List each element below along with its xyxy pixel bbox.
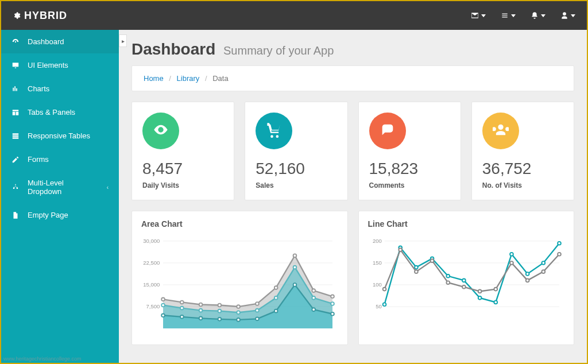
sidebar-label: Charts bbox=[28, 84, 49, 93]
svg-text:200: 200 bbox=[372, 238, 381, 244]
svg-point-55 bbox=[525, 272, 529, 276]
svg-point-9 bbox=[180, 301, 184, 304]
svg-point-58 bbox=[382, 288, 386, 291]
breadcrumb-sep: / bbox=[165, 74, 175, 83]
svg-point-21 bbox=[218, 309, 222, 313]
svg-point-15 bbox=[293, 254, 297, 257]
users-icon bbox=[493, 122, 509, 140]
svg-point-29 bbox=[180, 315, 184, 319]
desktop-icon bbox=[11, 61, 20, 69]
svg-text:150: 150 bbox=[372, 260, 381, 266]
sidebar-label: Multi-Level Dropdown bbox=[28, 179, 99, 196]
svg-point-17 bbox=[331, 295, 334, 298]
svg-point-26 bbox=[312, 296, 315, 300]
user-icon bbox=[560, 11, 568, 20]
stat-icon-circle bbox=[482, 113, 519, 149]
svg-text:30,000: 30,000 bbox=[143, 238, 160, 244]
svg-point-36 bbox=[312, 308, 315, 311]
stat-label: No. of Visits bbox=[482, 181, 563, 189]
sidebar-item-ui[interactable]: UI Elements bbox=[1, 53, 119, 77]
alerts-menu[interactable] bbox=[531, 11, 546, 20]
breadcrumb-link[interactable]: Home bbox=[144, 74, 164, 83]
sidebar: ▸ Dashboard UI Elements Charts Tabs & Pa… bbox=[1, 30, 119, 363]
svg-text:100: 100 bbox=[372, 281, 381, 288]
svg-point-11 bbox=[218, 304, 222, 307]
chevron-left-icon: ‹ bbox=[107, 184, 109, 191]
sidebar-item-dashboard[interactable]: Dashboard bbox=[1, 30, 119, 53]
svg-text:50: 50 bbox=[376, 303, 382, 309]
svg-text:15,000: 15,000 bbox=[143, 281, 160, 288]
svg-point-33 bbox=[256, 317, 259, 321]
chevron-down-icon bbox=[541, 14, 546, 17]
title-text: Dashboard bbox=[131, 40, 215, 58]
chevron-down-icon bbox=[571, 14, 575, 17]
svg-point-19 bbox=[180, 307, 184, 310]
sidebar-item-forms[interactable]: Forms bbox=[1, 148, 119, 171]
brand-name: HYBRID bbox=[24, 10, 67, 22]
svg-point-62 bbox=[446, 281, 450, 284]
svg-point-67 bbox=[525, 279, 529, 282]
watermark: www.heritagechristiancollege.com bbox=[3, 356, 82, 362]
svg-point-37 bbox=[331, 312, 334, 316]
sidebar-item-tables[interactable]: Responsive Tables bbox=[1, 124, 119, 148]
eye-icon bbox=[153, 122, 169, 140]
breadcrumb-current: Data bbox=[212, 74, 228, 83]
subtitle-text: Summary of your App bbox=[223, 44, 334, 57]
list-menu[interactable] bbox=[501, 11, 516, 20]
stat-value: 52,160 bbox=[256, 160, 336, 178]
dashboard-icon bbox=[11, 38, 20, 46]
charts-row: Area Chart 7,50015,00022,50030,000 Line … bbox=[131, 211, 574, 345]
sidebar-label: UI Elements bbox=[28, 61, 68, 69]
stat-label: Sales bbox=[256, 181, 336, 189]
brand[interactable]: HYBRID bbox=[13, 10, 67, 22]
sidebar-toggle[interactable]: ▸ bbox=[119, 34, 127, 47]
sidebar-label: Empty Page bbox=[28, 211, 68, 219]
svg-point-66 bbox=[510, 261, 513, 265]
svg-point-56 bbox=[541, 261, 545, 265]
chart-icon bbox=[11, 85, 20, 93]
svg-point-25 bbox=[293, 266, 297, 269]
svg-point-16 bbox=[312, 289, 315, 292]
mail-menu[interactable] bbox=[471, 11, 486, 20]
edit-icon bbox=[11, 156, 20, 164]
breadcrumb-link[interactable]: Library bbox=[177, 74, 200, 83]
main-content: Dashboard Summary of your App Home / Lib… bbox=[119, 30, 587, 363]
envelope-icon bbox=[471, 11, 479, 20]
stat-card-novisits: 36,752 No. of Visits bbox=[471, 102, 574, 200]
chart-title: Area Chart bbox=[141, 219, 338, 229]
sidebar-label: Tabs & Panels bbox=[28, 108, 75, 117]
stat-icon-circle bbox=[256, 113, 292, 149]
user-menu[interactable] bbox=[560, 11, 575, 20]
svg-point-57 bbox=[558, 242, 561, 245]
svg-point-28 bbox=[161, 313, 165, 317]
chevron-down-icon bbox=[481, 14, 486, 17]
svg-point-31 bbox=[218, 317, 222, 321]
svg-point-46 bbox=[382, 303, 386, 306]
svg-point-12 bbox=[237, 305, 240, 308]
cart-icon bbox=[266, 122, 282, 140]
svg-point-52 bbox=[478, 296, 481, 300]
svg-point-35 bbox=[293, 283, 297, 286]
stats-row: 8,457 Daily Visits 52,160 Sales 15,823 C… bbox=[131, 102, 574, 200]
svg-point-20 bbox=[199, 309, 203, 312]
page-title: Dashboard Summary of your App bbox=[131, 40, 574, 59]
svg-point-64 bbox=[478, 290, 481, 293]
svg-point-23 bbox=[256, 309, 259, 312]
chevron-down-icon bbox=[511, 14, 516, 17]
sidebar-item-charts[interactable]: Charts bbox=[1, 77, 119, 100]
svg-point-53 bbox=[494, 301, 497, 304]
stat-value: 8,457 bbox=[142, 160, 223, 178]
topbar: HYBRID bbox=[1, 1, 587, 30]
chart-title: Line Chart bbox=[368, 219, 565, 229]
columns-icon bbox=[11, 109, 20, 117]
svg-point-18 bbox=[161, 304, 165, 307]
sidebar-item-empty[interactable]: Empty Page bbox=[1, 203, 119, 227]
sidebar-item-tabs[interactable]: Tabs & Panels bbox=[1, 100, 119, 124]
svg-point-59 bbox=[399, 248, 402, 251]
svg-point-51 bbox=[462, 279, 466, 282]
stat-icon-circle bbox=[142, 113, 179, 149]
svg-point-24 bbox=[274, 296, 278, 300]
list-icon bbox=[501, 11, 509, 20]
sidebar-label: Forms bbox=[28, 155, 49, 164]
sidebar-item-dropdown[interactable]: Multi-Level Dropdown ‹ bbox=[1, 171, 119, 203]
